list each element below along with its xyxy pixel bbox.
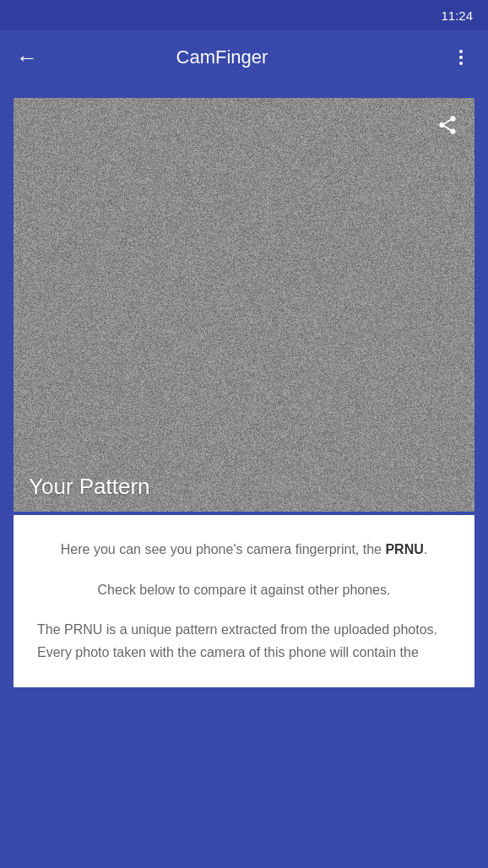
pattern-image-card: Your Pattern [14, 98, 474, 515]
menu-dot-3 [459, 62, 463, 65]
main-content: Your Pattern Here you can see you phone'… [0, 84, 488, 701]
status-bar: 11:24 [0, 0, 488, 30]
pattern-label: Your Pattern [29, 474, 150, 500]
info-text-part1: Here you can see you phone's camera fing… [61, 542, 386, 556]
menu-dot-2 [459, 56, 463, 59]
info-card: Here you can see you phone's camera fing… [14, 515, 474, 687]
share-icon [436, 114, 458, 136]
menu-button[interactable] [446, 42, 476, 73]
prnu-label: PRNU [385, 542, 423, 556]
share-button[interactable] [432, 110, 463, 140]
pattern-canvas [14, 98, 474, 512]
info-paragraph-1: Here you can see you phone's camera fing… [37, 539, 451, 561]
back-arrow-icon: ← [16, 45, 38, 71]
app-bar: ← CamFinger [0, 30, 488, 84]
app-title: CamFinger [56, 46, 388, 68]
back-button[interactable]: ← [12, 42, 42, 73]
status-time: 11:24 [441, 8, 473, 23]
info-text-part2: . [424, 542, 427, 556]
info-paragraph-3: The PRNU is a unique pattern extracted f… [37, 619, 451, 664]
menu-dot-1 [459, 50, 463, 53]
info-paragraph-2: Check below to compare it against other … [37, 579, 451, 601]
